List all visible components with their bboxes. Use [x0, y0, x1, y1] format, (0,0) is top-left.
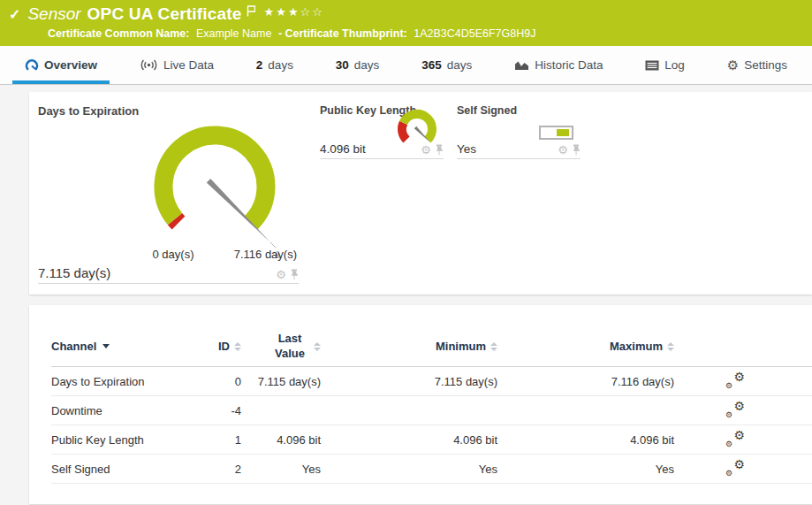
common-name-label: Certificate Common Name:: [48, 27, 189, 40]
tab-2-days[interactable]: 2 days: [244, 46, 306, 84]
channel-settings-gear-icon[interactable]: ⚙: [558, 144, 568, 156]
tab-historic-data-label: Historic Data: [535, 58, 603, 72]
channel-gauge-self-signed: Self Signed Yes ⚙: [457, 104, 581, 159]
sort-arrows-icon: [234, 342, 241, 351]
tab-log[interactable]: Log: [633, 46, 697, 84]
gauge-icon: [25, 59, 39, 72]
channel-minimum: 4.096 bit: [323, 433, 499, 447]
channel-last-value: 4.096 bit: [243, 433, 323, 447]
column-header-id[interactable]: ID: [208, 340, 243, 353]
gauge-title: Days to Expiration: [38, 104, 299, 118]
log-list-icon: [645, 60, 659, 71]
channel-settings-gears-icon[interactable]: ⚙⚙: [725, 431, 745, 447]
area-chart-icon: [514, 59, 529, 71]
gauge-max-label: 7.116 day(s): [234, 248, 297, 261]
common-name-value: Example Name: [196, 27, 271, 40]
tab-365-days-label: days: [447, 58, 473, 72]
channel-value: 4.096 bit: [320, 142, 366, 156]
gauges-panel: Days to Expiration x̄ 0 day(s) 7.116 day…: [29, 92, 812, 295]
broadcast-icon: [140, 59, 158, 71]
tab-live-data[interactable]: Live Data: [127, 46, 226, 84]
tab-settings[interactable]: ⚙ Settings: [715, 46, 800, 84]
channel-gauge-days-to-expiration: Days to Expiration x̄ 0 day(s) 7.116 day…: [38, 104, 299, 286]
channel-settings-gear-icon[interactable]: ⚙: [421, 144, 431, 156]
column-header-last-value[interactable]: Last Value: [243, 332, 323, 362]
tab-overview[interactable]: Overview: [12, 46, 110, 84]
channel-name: Public Key Length: [51, 433, 208, 447]
column-header-maximum[interactable]: Maximum: [499, 340, 676, 353]
channel-settings-gears-icon[interactable]: ⚙⚙: [725, 460, 745, 476]
pin-icon[interactable]: [435, 144, 444, 156]
channel-settings-gears-icon[interactable]: ⚙⚙: [725, 402, 745, 417]
channel-minimum: Yes: [323, 463, 499, 476]
tab-30-days-number: 30: [336, 58, 349, 72]
gauge-footer: 7.115 day(s) ⚙: [38, 261, 299, 284]
table-row: Days to Expiration 0 7.115 day(s) 7.115 …: [51, 367, 812, 396]
table-row: Downtime -4 ⚙⚙: [51, 396, 812, 425]
channel-name: Days to Expiration: [51, 375, 208, 388]
table-row: Public Key Length 1 4.096 bit 4.096 bit …: [51, 425, 812, 455]
tab-30-days-label: days: [354, 58, 380, 72]
channel-value: Yes: [457, 142, 476, 156]
sensor-tab-bar: Overview Live Data 2 days 30 days 365 da…: [0, 46, 812, 85]
tab-live-data-label: Live Data: [163, 58, 214, 72]
sort-arrows-icon: [667, 342, 674, 351]
column-header-id-label: ID: [218, 340, 230, 353]
column-header-channel[interactable]: Channel: [51, 340, 208, 353]
channel-name: Self Signed: [51, 463, 208, 476]
sensor-message: Certificate Common Name: Example Name - …: [48, 27, 803, 40]
column-header-last-value-label: Last Value: [270, 332, 309, 362]
pin-icon[interactable]: [572, 144, 581, 156]
sort-caret-down-icon: [102, 344, 110, 348]
channel-settings-gear-icon[interactable]: ⚙: [276, 269, 286, 280]
tab-historic-data[interactable]: Historic Data: [502, 46, 615, 84]
channel-id: 1: [208, 433, 243, 447]
pin-icon[interactable]: [290, 269, 299, 280]
channel-gauge-public-key-length: Public Key Length 4.096 bit ⚙: [320, 104, 444, 159]
tab-30-days[interactable]: 30 days: [323, 46, 392, 84]
channel-maximum: Yes: [499, 463, 676, 476]
channel-table-header: Channel ID Last Value Minimum Maximum: [51, 330, 812, 367]
status-ok-check-icon: ✓: [9, 6, 20, 23]
tab-overview-label: Overview: [44, 58, 97, 72]
priority-stars[interactable]: ★★★☆☆: [264, 5, 324, 19]
channel-maximum: 7.116 day(s): [499, 375, 676, 388]
gear-icon: ⚙: [727, 58, 739, 72]
tab-2-days-number: 2: [256, 58, 263, 72]
object-kind-label: Sensor: [27, 4, 80, 24]
channel-last-value: Yes: [243, 463, 323, 476]
column-header-minimum[interactable]: Minimum: [323, 340, 499, 353]
channel-name: Downtime: [51, 404, 208, 417]
sort-arrows-icon: [490, 342, 497, 351]
tab-365-days[interactable]: 365 days: [409, 46, 484, 84]
gauge-title: Self Signed: [457, 104, 581, 117]
channel-id: 2: [208, 463, 243, 476]
channel-table-panel: Channel ID Last Value Minimum Maximum Da…: [29, 305, 812, 504]
channel-last-value: 7.115 day(s): [243, 375, 323, 388]
column-header-channel-label: Channel: [51, 340, 96, 353]
sensor-title-row: ✓ Sensor OPC UA Certificate ★★★☆☆: [7, 4, 803, 24]
channel-value: 7.115 day(s): [38, 265, 110, 280]
gauge-footer: 4.096 bit ⚙: [320, 138, 444, 159]
big-gauge-graphic: x̄: [131, 121, 307, 261]
thumbprint-value: 1A2B3C4D5E6F7G8H9J: [414, 27, 535, 40]
sensor-status-header: ✓ Sensor OPC UA Certificate ★★★☆☆ Certif…: [0, 0, 812, 46]
channel-settings-gears-icon[interactable]: ⚙⚙: [725, 372, 745, 388]
tab-365-days-number: 365: [421, 58, 442, 72]
favorite-flag-icon[interactable]: [247, 4, 255, 20]
sort-arrows-icon: [314, 342, 321, 351]
channel-id: 0: [208, 375, 243, 388]
gauge-min-label: 0 day(s): [142, 248, 204, 261]
column-header-minimum-label: Minimum: [436, 340, 486, 353]
big-gauge: x̄ 0 day(s) 7.116 day(s): [38, 118, 299, 261]
toggle-knob: [557, 129, 569, 136]
table-row: Self Signed 2 Yes Yes Yes ⚙⚙: [51, 455, 812, 484]
thumbprint-label: - Certificate Thumbprint:: [278, 27, 407, 40]
tab-2-days-label: days: [268, 58, 293, 72]
channel-maximum: 4.096 bit: [499, 433, 676, 447]
tab-settings-label: Settings: [744, 58, 787, 72]
channel-minimum: 7.115 day(s): [323, 375, 499, 388]
channel-id: -4: [208, 404, 243, 417]
sensor-name: OPC UA Certificate: [87, 4, 242, 24]
column-header-maximum-label: Maximum: [610, 340, 663, 353]
